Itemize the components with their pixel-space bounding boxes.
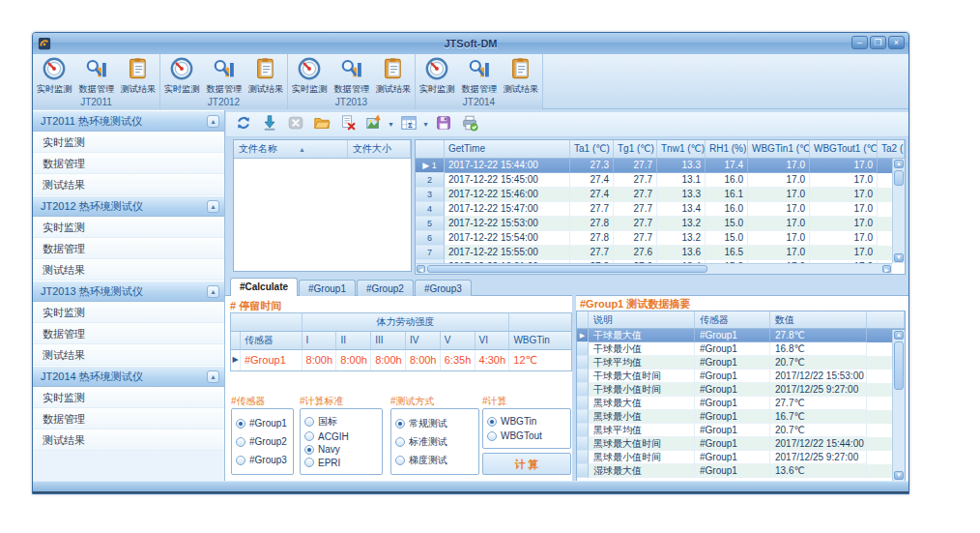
table-row[interactable]: 62017-12-22 15:54:0027.827.713.215.017.0… [416,231,905,246]
data-table-vscrollbar[interactable]: ▲ ▼ [892,159,905,263]
sidebar-item[interactable]: 数据管理 [33,408,224,429]
chart-image-icon[interactable] [362,114,386,135]
dropdown-chevron-icon[interactable]: ▼ [388,121,394,128]
table-row[interactable]: ▶ 12017-12-22 15:44:0027.327.713.317.417… [416,159,905,173]
file-column-size[interactable]: 文件大小 [348,140,411,158]
summary-column-header[interactable]: 数值 [770,311,867,328]
stay-cell[interactable]: 6:35h [441,350,476,370]
scroll-down-icon[interactable]: ▼ [894,471,904,480]
file-list-body[interactable] [234,159,411,271]
summary-table-header[interactable]: 说明传感器数值 [577,311,905,329]
radio-option[interactable]: ACGIH [304,431,378,442]
collapse-icon[interactable]: ▴ [207,115,219,128]
ribbon-group-caption[interactable]: JT2013 [288,96,415,109]
column-header[interactable]: Ta1 (℃) [570,140,614,158]
tab-group2[interactable]: #Group2 [357,280,414,296]
print-icon[interactable] [458,114,481,135]
column-header[interactable]: GetTime [445,140,570,158]
radio-option[interactable]: WBGTout [487,430,566,441]
file-column-name[interactable]: 文件名称▲ [234,140,348,158]
sidebar-item[interactable]: 实时监测 [33,387,224,408]
radio-option[interactable]: 标准测试 [395,435,475,449]
stay-cell[interactable]: 8:00h [336,350,371,370]
stay-column-header[interactable]: II [336,332,371,350]
ribbon-button[interactable]: 数据管理 [75,54,118,96]
summary-row[interactable]: 黑球最小值时间#Group12017/12/25 9:27:00 [577,451,905,464]
stay-cell[interactable]: 8:00h [371,350,406,370]
radio-option[interactable]: 常规测试 [395,417,475,430]
vscroll-thumb[interactable] [894,341,904,390]
stay-column-header[interactable]: I [303,332,337,350]
ribbon-button[interactable]: 测试结果 [500,54,542,96]
collapse-icon[interactable]: ▴ [207,285,219,298]
sidebar-item[interactable]: 实时监测 [33,302,224,323]
scroll-right-icon[interactable]: ▶ [882,265,891,273]
scroll-left-icon[interactable]: ◀ [417,265,425,273]
stay-column-header[interactable]: III [371,332,406,350]
stay-cell[interactable]: 8:00h [303,350,337,370]
column-header[interactable]: Tg1 (℃) [614,140,657,158]
summary-row[interactable]: ▶干球最大值#Group127.8℃ [577,329,905,342]
ribbon-button[interactable]: 实时监测 [160,54,203,96]
column-header[interactable]: WBGTout1 (℃) [810,140,878,158]
tab-group1[interactable]: #Group1 [299,280,356,296]
sidebar-item[interactable]: 测试结果 [33,259,224,281]
download-icon[interactable] [258,114,281,135]
sidebar-item[interactable]: 数据管理 [33,153,224,174]
stay-cell[interactable]: 4:30h [476,350,510,370]
stay-cell[interactable]: 12℃ [509,350,571,370]
scroll-down-icon[interactable]: ▼ [894,253,904,262]
collapse-icon[interactable]: ▴ [207,370,219,383]
ribbon-button[interactable]: 数据管理 [458,54,501,96]
summary-row[interactable]: 干球最小值#Group116.8℃ [577,342,905,356]
radio-option[interactable]: WBGTin [487,416,566,427]
scroll-up-icon[interactable]: ▲ [894,160,904,168]
refresh-icon[interactable] [232,114,255,135]
column-header[interactable]: Ta2 (℃ [878,140,905,158]
sidebar-section-header[interactable]: JT2012 热环境测试仪▴ [33,195,224,217]
scroll-up-icon[interactable]: ▲ [894,331,904,340]
stay-column-header[interactable]: 传感器 [241,332,303,350]
tab-group3[interactable]: #Group3 [415,280,472,296]
sidebar-section-header[interactable]: JT2011 热环境测试仪▴ [33,110,224,132]
radio-option[interactable]: 国标 [304,415,378,429]
summary-row[interactable]: 干球最小值时间#Group12017/12/25 9:27:00 [577,383,905,397]
stay-column-header[interactable]: WBGTin [509,332,571,350]
radio-option[interactable]: EPRI [304,458,378,468]
calculate-button[interactable]: 计 算 [482,453,571,475]
radio-option[interactable]: #Group1 [236,418,289,429]
ribbon-button[interactable]: 实时监测 [416,54,458,96]
sidebar-item[interactable]: 测试结果 [33,174,224,195]
ribbon-button[interactable]: 测试结果 [245,54,287,96]
collapse-icon[interactable]: ▴ [207,200,219,213]
hscroll-thumb[interactable] [427,265,707,273]
data-table-header[interactable]: GetTimeTa1 (℃)Tg1 (℃)Tnw1 (℃)RH1 (%)WBGT… [416,140,905,159]
stay-cell[interactable]: 8:00h [406,350,441,370]
summary-row[interactable]: 黑球最大值时间#Group12017/12/22 15:44:00 [577,437,905,451]
minimize-icon[interactable]: – [851,36,868,49]
sidebar-section-header[interactable]: JT2014 热环境测试仪▴ [33,366,224,387]
ribbon-group-caption[interactable]: JT2012 [160,96,287,109]
table-row[interactable]: 22017-12-22 15:45:0027.427.713.116.017.0… [416,173,905,188]
dropdown-chevron-icon[interactable]: ▼ [422,121,429,128]
radio-option[interactable]: Navy [304,444,378,455]
summary-row[interactable]: 黑球平均值#Group120.7℃ [577,424,905,437]
sidebar-item[interactable]: 数据管理 [33,238,224,259]
column-header[interactable]: WBGTin1 (℃) [748,140,810,158]
stay-column-header[interactable]: VI [476,332,510,350]
sidebar-section-header[interactable]: JT2013 热环境测试仪▴ [33,281,224,302]
sidebar-item[interactable]: 实时监测 [33,217,224,238]
sidebar-item[interactable]: 数据管理 [33,323,224,344]
data-table-hscrollbar[interactable]: ◀ ▶ [416,263,892,274]
summary-row[interactable]: 黑球最小值#Group116.7℃ [577,410,905,424]
ribbon-button[interactable]: 测试结果 [117,54,159,96]
restore-icon[interactable]: ❐ [870,36,886,49]
ribbon-button[interactable]: 实时监测 [288,54,331,96]
sidebar-item[interactable]: 测试结果 [33,429,224,451]
summary-column-header[interactable]: 传感器 [695,311,770,328]
radio-option[interactable]: 梯度测试 [395,454,475,467]
summary-row[interactable]: 湿球最大值#Group113.6℃ [577,464,905,478]
stay-column-header[interactable]: V [441,332,476,350]
stay-column-header[interactable]: IV [406,332,441,350]
title-bar[interactable]: JTSoft-DM –❐× [33,33,908,54]
